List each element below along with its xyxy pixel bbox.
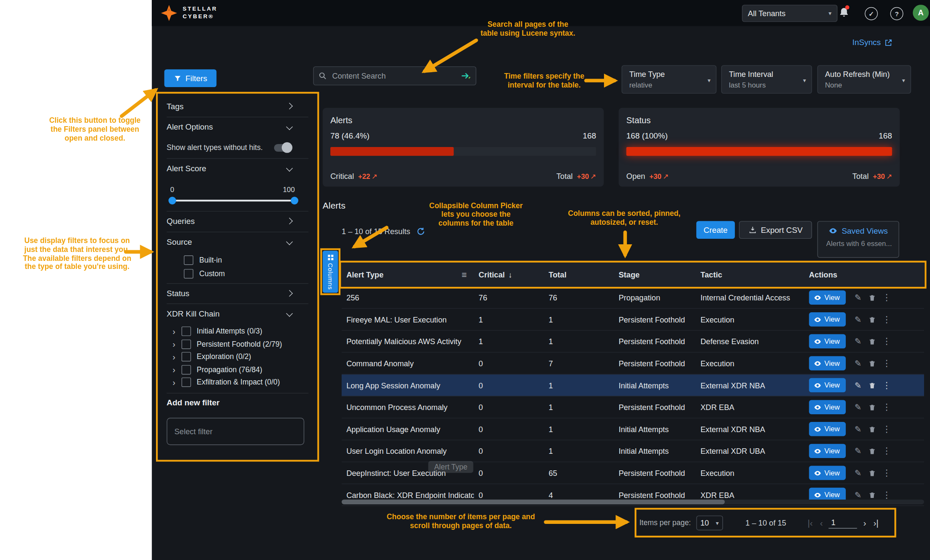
delete-icon[interactable]: [868, 359, 876, 367]
source-option-custom[interactable]: Custom: [184, 268, 225, 280]
filter-section-status[interactable]: Status: [167, 285, 292, 302]
create-button[interactable]: Create: [696, 221, 735, 239]
first-page-button[interactable]: |‹: [804, 518, 817, 528]
row-menu-icon[interactable]: ⋮: [882, 489, 891, 500]
items-per-page-select[interactable]: 10 ▾: [696, 515, 723, 530]
header-alert-type[interactable]: Alert Type ≡: [342, 270, 474, 280]
row-menu-icon[interactable]: ⋮: [882, 380, 891, 390]
expand-icon[interactable]: ›: [173, 378, 176, 386]
table-row[interactable]: Application Usage Anomaly 0 1 Initial At…: [342, 419, 924, 441]
header-critical[interactable]: Critical ↓: [474, 270, 544, 279]
header-tactic[interactable]: Tactic: [696, 270, 804, 279]
tasks-button[interactable]: ✓: [865, 7, 878, 20]
edit-icon[interactable]: ✎: [854, 424, 861, 434]
next-page-button[interactable]: ›: [860, 518, 870, 528]
table-row[interactable]: User Login Location Anomaly 0 1 Initial …: [342, 440, 924, 462]
column-picker-button[interactable]: Columns: [323, 251, 338, 293]
prev-page-button[interactable]: ‹: [817, 518, 827, 528]
kill-chain-item-exploration[interactable]: › Exploration (0/2): [173, 351, 251, 362]
expand-icon[interactable]: ›: [173, 340, 176, 348]
export-csv-button[interactable]: Export CSV: [739, 221, 812, 239]
checkbox[interactable]: [181, 352, 191, 361]
saved-views-dropdown[interactable]: Saved Views Alerts with 6 essen...: [817, 221, 899, 257]
filter-section-queries[interactable]: Queries: [167, 213, 292, 229]
row-menu-icon[interactable]: ⋮: [882, 446, 891, 456]
show-alert-types-toggle[interactable]: [274, 144, 292, 151]
edit-icon[interactable]: ✎: [854, 402, 861, 412]
delete-icon[interactable]: [868, 425, 876, 433]
tenant-selector[interactable]: All Tenants ▾: [742, 5, 838, 22]
table-row[interactable]: Long App Session Anomaly 0 1 Initial Att…: [342, 374, 924, 396]
kill-chain-item-initial-attempts[interactable]: › Initial Attempts (0/3): [173, 325, 262, 337]
header-stage[interactable]: Stage: [614, 270, 696, 279]
checkbox[interactable]: [181, 365, 191, 374]
edit-icon[interactable]: ✎: [854, 315, 861, 324]
view-button[interactable]: View: [809, 444, 845, 458]
table-row[interactable]: Command Anomaly 0 7 Persistent Foothold …: [342, 353, 924, 375]
help-button[interactable]: ?: [890, 7, 903, 20]
refresh-icon[interactable]: [416, 227, 425, 236]
expand-icon[interactable]: ›: [173, 327, 176, 335]
slider-handle-min[interactable]: [168, 197, 176, 204]
filter-section-alert-score[interactable]: Alert Score: [167, 160, 292, 177]
view-button[interactable]: View: [809, 356, 845, 370]
scrollbar-thumb[interactable]: [342, 500, 725, 504]
time-interval-dropdown[interactable]: Time Interval last 5 hours ▾: [721, 65, 812, 93]
delete-icon[interactable]: [868, 337, 876, 345]
source-option-builtin[interactable]: Built-in: [184, 254, 222, 266]
row-menu-icon[interactable]: ⋮: [882, 314, 891, 325]
row-menu-icon[interactable]: ⋮: [882, 358, 891, 368]
delete-icon[interactable]: [868, 403, 876, 411]
slider-handle-max[interactable]: [291, 197, 298, 204]
checkbox[interactable]: [184, 255, 193, 265]
row-menu-icon[interactable]: ⋮: [882, 467, 891, 478]
filters-toggle-button[interactable]: Filters: [164, 69, 217, 87]
table-row[interactable]: Potentially Malicious AWS Activity 1 1 P…: [342, 331, 924, 353]
header-total[interactable]: Total: [544, 270, 614, 279]
checkbox[interactable]: [181, 339, 191, 348]
expand-icon[interactable]: ›: [173, 365, 176, 374]
edit-icon[interactable]: ✎: [854, 359, 861, 368]
edit-icon[interactable]: ✎: [854, 337, 861, 346]
table-row[interactable]: Uncommon Process Anomaly 0 1 Persistent …: [342, 396, 924, 419]
time-type-dropdown[interactable]: Time Type relative ▾: [621, 65, 716, 93]
edit-icon[interactable]: ✎: [854, 380, 861, 390]
row-menu-icon[interactable]: ⋮: [882, 424, 891, 434]
kill-chain-item-persistent-foothold[interactable]: › Persistent Foothold (2/79): [173, 338, 282, 349]
table-row[interactable]: 256 76 76 Propagation Internal Credentia…: [342, 287, 924, 309]
row-menu-icon[interactable]: ⋮: [882, 402, 891, 413]
filter-section-source[interactable]: Source: [167, 234, 292, 250]
content-search-input[interactable]: [331, 71, 457, 81]
view-button[interactable]: View: [809, 400, 845, 414]
row-menu-icon[interactable]: ⋮: [882, 336, 891, 347]
column-menu-icon[interactable]: ≡: [462, 270, 467, 280]
delete-icon[interactable]: [868, 294, 876, 301]
edit-icon[interactable]: ✎: [854, 446, 861, 455]
user-avatar[interactable]: A: [913, 5, 929, 21]
checkbox[interactable]: [181, 377, 191, 387]
insyncs-link[interactable]: InSyncs: [852, 38, 893, 47]
delete-icon[interactable]: [868, 491, 876, 499]
filter-section-tags[interactable]: Tags: [167, 98, 292, 114]
view-button[interactable]: View: [809, 422, 845, 436]
filter-section-alert-options[interactable]: Alert Options: [167, 119, 292, 135]
kill-chain-item-exfiltration[interactable]: › Exfiltration & Impact (0/0): [173, 376, 280, 387]
edit-icon[interactable]: ✎: [854, 468, 861, 478]
table-row[interactable]: Fireeye MAL: User Execution 1 1 Persiste…: [342, 309, 924, 331]
filter-section-kill-chain[interactable]: XDR Kill Chain: [167, 305, 292, 322]
checkbox[interactable]: [181, 326, 191, 336]
select-filter-input[interactable]: [167, 418, 304, 445]
view-button[interactable]: View: [809, 312, 845, 326]
lucene-icon[interactable]: [461, 72, 471, 80]
alert-score-slider[interactable]: [172, 200, 295, 201]
delete-icon[interactable]: [868, 381, 876, 389]
edit-icon[interactable]: ✎: [854, 490, 861, 499]
row-menu-icon[interactable]: ⋮: [882, 292, 891, 303]
notifications-button[interactable]: [838, 6, 850, 20]
view-button[interactable]: View: [809, 466, 845, 480]
delete-icon[interactable]: [868, 316, 876, 323]
checkbox[interactable]: [184, 269, 193, 278]
page-number-input[interactable]: 1: [829, 517, 857, 529]
last-page-button[interactable]: ›|: [870, 518, 882, 528]
expand-icon[interactable]: ›: [173, 352, 176, 361]
